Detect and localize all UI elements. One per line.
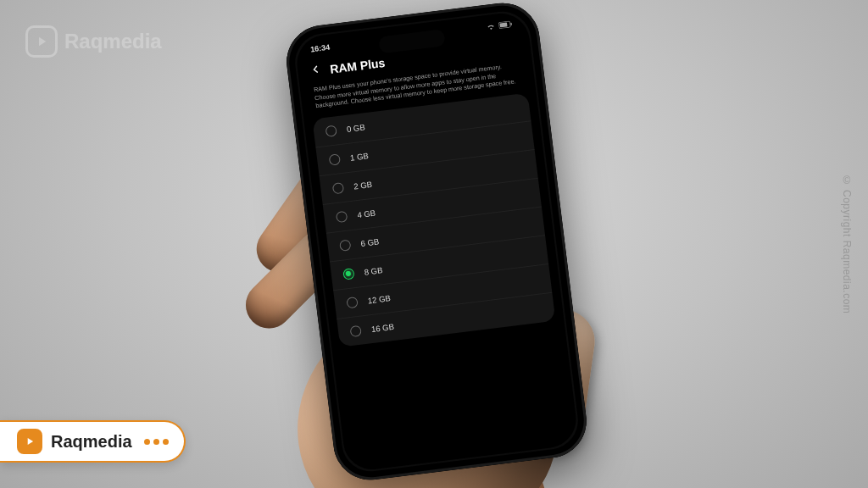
status-icons: [486, 20, 513, 32]
radio-icon: [325, 125, 337, 137]
radio-icon: [336, 211, 348, 223]
copyright-text: © Copyright Raqmedia.com: [841, 175, 853, 314]
radio-icon: [329, 153, 341, 165]
battery-icon: [498, 20, 513, 30]
option-label: 16 GB: [370, 322, 394, 334]
svg-rect-1: [499, 23, 507, 28]
watermark-brand: Raqmedia: [64, 30, 162, 53]
radio-icon: [349, 325, 361, 337]
watermark-top-left: Raqmedia: [25, 25, 162, 58]
option-label: 12 GB: [367, 293, 391, 305]
phone-screen: 16:34 RAM Plus RAM Plus uses your phone'…: [294, 10, 580, 473]
option-label: 8 GB: [364, 265, 383, 277]
radio-icon: [339, 240, 351, 252]
option-label: 2 GB: [353, 180, 373, 191]
dots-icon: [144, 439, 169, 445]
play-icon: [25, 25, 58, 58]
option-label: 1 GB: [350, 151, 370, 163]
badge-brand: Raqmedia: [51, 432, 132, 452]
play-icon: [17, 429, 42, 454]
svg-rect-2: [510, 23, 512, 25]
radio-icon: [346, 297, 358, 308]
options-list: 0 GB 1 GB 2 GB 4 GB 6 GB 8 GB 12 GB 16 G…: [312, 93, 555, 347]
option-label: 4 GB: [357, 208, 376, 220]
brand-badge: Raqmedia: [0, 420, 186, 463]
radio-icon-selected: [342, 268, 354, 280]
wifi-icon: [486, 23, 496, 32]
option-label: 6 GB: [360, 236, 380, 248]
phone-frame: 16:34 RAM Plus RAM Plus uses your phone'…: [282, 0, 591, 484]
back-icon[interactable]: [309, 63, 322, 80]
option-label: 0 GB: [346, 122, 365, 134]
page-title: RAM Plus: [329, 56, 386, 76]
radio-icon: [332, 182, 344, 194]
status-time: 16:34: [310, 43, 331, 54]
